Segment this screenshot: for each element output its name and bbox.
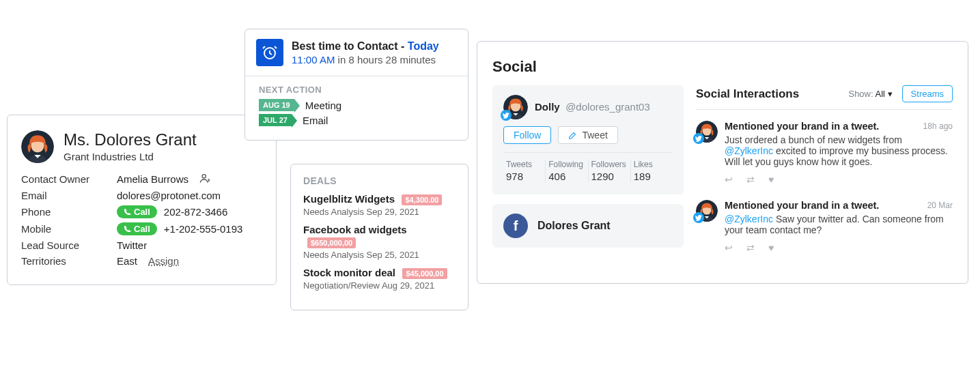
- follow-button[interactable]: Follow: [503, 126, 551, 144]
- profile-avatar: [503, 95, 528, 119]
- stat-likes[interactable]: Likes 189: [631, 160, 673, 182]
- like-icon[interactable]: ♥: [768, 242, 774, 253]
- like-icon[interactable]: ♥: [768, 174, 774, 185]
- interaction-text: Just ordered a bunch of new widgets from…: [725, 134, 953, 167]
- date-tag: JUL 27: [259, 114, 292, 126]
- mention-link[interactable]: @ZylkerInc: [725, 145, 773, 156]
- interactions-heading: Social Interactions: [696, 87, 799, 101]
- deals-heading: DEALS: [303, 175, 456, 186]
- stat-tweets[interactable]: Tweets 978: [503, 160, 546, 182]
- reply-icon[interactable]: ↩: [725, 242, 733, 253]
- best-time-title: Best time to Contact -: [292, 40, 408, 52]
- deal-item[interactable]: Kugelblitz Widgets $4,300.00 Needs Analy…: [303, 193, 456, 217]
- twitter-badge-icon: [693, 133, 704, 144]
- reply-icon[interactable]: ↩: [725, 174, 733, 185]
- show-filter[interactable]: Show: All ▾: [848, 89, 892, 99]
- retweet-icon[interactable]: ⇄: [746, 242, 755, 253]
- facebook-icon: f: [503, 214, 528, 238]
- deal-name: Kugelblitz Widgets: [303, 193, 395, 205]
- deal-amount: $650,000,00: [307, 237, 356, 248]
- deal-name: Stock monitor deal: [303, 267, 395, 278]
- deal-amount: $4,300.00: [402, 194, 442, 205]
- territories-label: Territories: [21, 255, 117, 267]
- territories-value: East: [117, 255, 137, 267]
- deal-stage: Needs Analysis Sep 25, 2021: [303, 250, 456, 260]
- stat-following[interactable]: Following 406: [546, 160, 588, 182]
- next-action-row[interactable]: JUL 27 Email: [259, 114, 454, 126]
- social-heading: Social: [492, 58, 953, 76]
- assign-link[interactable]: Assign: [148, 255, 179, 267]
- contact-card: Ms. Dolores Grant Grant Industries Ltd C…: [7, 115, 277, 285]
- person-icon: [199, 173, 210, 186]
- contact-avatar: [21, 130, 54, 163]
- interaction-time: 18h ago: [923, 121, 953, 131]
- mobile-label: Mobile: [21, 223, 117, 235]
- deal-name: Facebook ad widgets: [303, 224, 407, 235]
- lead-source-label: Lead Source: [21, 239, 117, 251]
- email-value[interactable]: dolores@protonet.com: [117, 190, 221, 201]
- social-card: Social Dolly @dolores_grant03: [477, 41, 968, 284]
- mention-link[interactable]: @ZylkerInc: [725, 214, 773, 224]
- interaction-title: Mentioned your brand in a tweet.: [725, 200, 879, 211]
- svg-point-1: [202, 175, 206, 178]
- facebook-name: Dolores Grant: [537, 220, 611, 232]
- interaction-avatar: [696, 200, 718, 222]
- best-time-value: 11:00 AM: [292, 54, 335, 65]
- retweet-icon[interactable]: ⇄: [746, 174, 755, 185]
- divider: [696, 109, 953, 110]
- facebook-profile-row[interactable]: f Dolores Grant: [492, 204, 684, 248]
- email-label: Email: [21, 190, 117, 201]
- deal-stage: Needs Analysis Sep 29, 2021: [303, 207, 456, 217]
- next-action-label: NEXT ACTION: [259, 85, 454, 95]
- alarm-clock-icon: [256, 39, 283, 66]
- call-mobile-button[interactable]: Call: [117, 222, 157, 235]
- profile-handle: @dolores_grant03: [565, 101, 650, 113]
- interaction-item: Mentioned your brand in a tweet. 20 Mar …: [696, 200, 953, 253]
- best-time-day: Today: [408, 40, 439, 52]
- deal-stage: Negotiation/Review Aug 29, 2021: [303, 280, 456, 291]
- best-time-countdown: in 8 hours 28 minutes: [335, 54, 436, 65]
- tweet-button[interactable]: Tweet: [558, 126, 617, 144]
- phone-label: Phone: [21, 206, 117, 218]
- deals-card: DEALS Kugelblitz Widgets $4,300.00 Needs…: [290, 164, 468, 310]
- deal-amount: $45,000,00: [402, 268, 447, 279]
- contact-company: Grant Industries Ltd: [64, 151, 197, 162]
- interaction-item: Mentioned your brand in a tweet. 18h ago…: [696, 121, 953, 185]
- deal-item[interactable]: Facebook ad widgets $650,000,00 Needs An…: [303, 224, 456, 260]
- chevron-down-icon: ▾: [888, 89, 893, 99]
- mobile-value: +1-202-555-0193: [164, 223, 243, 235]
- streams-button[interactable]: Streams: [902, 85, 953, 102]
- owner-label: Contact Owner: [21, 173, 117, 185]
- next-action-type: Email: [303, 115, 328, 126]
- contact-name: Ms. Dolores Grant: [64, 130, 197, 149]
- owner-value: Amelia Burrows: [117, 173, 188, 185]
- lead-source-value: Twitter: [117, 239, 147, 251]
- interaction-time: 20 Mar: [927, 201, 953, 210]
- twitter-profile-box: Dolly @dolores_grant03 Follow Tweet Twee…: [492, 85, 684, 194]
- next-action-type: Meeting: [305, 100, 341, 111]
- twitter-badge-icon: [693, 212, 704, 223]
- interaction-title: Mentioned your brand in a tweet.: [725, 121, 879, 132]
- profile-display-name: Dolly: [535, 101, 560, 113]
- compose-icon: [568, 130, 578, 140]
- interaction-avatar: [696, 121, 718, 143]
- stat-followers[interactable]: Followers 1290: [589, 160, 631, 182]
- phone-value: 202-872-3466: [164, 206, 227, 218]
- interaction-text: @ZylkerInc Saw your twitter ad. Can some…: [725, 214, 953, 235]
- next-action-row[interactable]: AUG 19 Meeting: [259, 99, 454, 111]
- call-phone-button[interactable]: Call: [117, 205, 157, 218]
- best-time-card: Best time to Contact - Today 11:00 AM in…: [244, 29, 468, 141]
- twitter-badge-icon: [501, 110, 512, 121]
- date-tag: AUG 19: [259, 99, 294, 111]
- deal-item[interactable]: Stock monitor deal $45,000,00 Negotiatio…: [303, 267, 456, 291]
